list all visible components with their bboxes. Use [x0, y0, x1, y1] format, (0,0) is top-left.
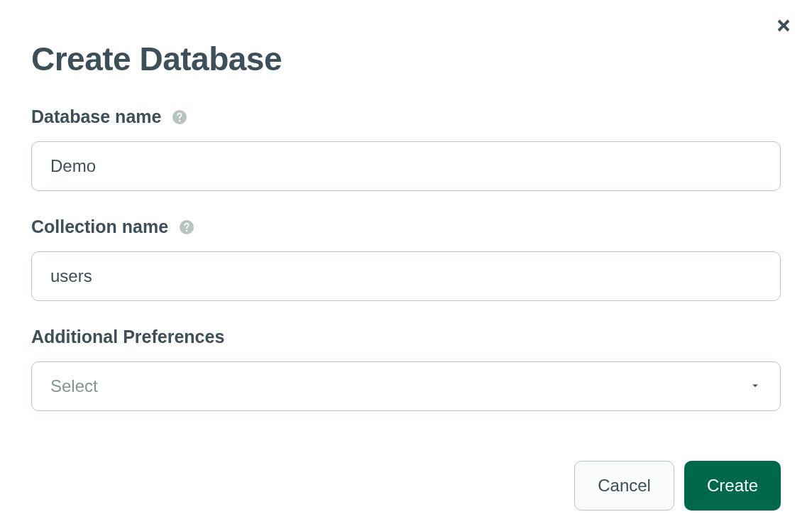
svg-point-3 — [186, 229, 187, 231]
database-name-label: Database name — [31, 107, 161, 127]
select-placeholder: Select — [50, 376, 98, 396]
create-button[interactable]: Create — [684, 461, 781, 511]
collection-name-label: Collection name — [31, 217, 168, 237]
select-wrapper: Select — [31, 361, 781, 411]
additional-preferences-group: Additional Preferences Select — [31, 327, 781, 411]
svg-point-1 — [179, 119, 180, 121]
additional-preferences-label: Additional Preferences — [31, 327, 224, 347]
additional-preferences-select[interactable]: Select — [31, 361, 781, 411]
collection-name-input[interactable] — [31, 251, 781, 301]
collection-name-group: Collection name — [31, 217, 781, 301]
help-icon[interactable] — [171, 109, 188, 126]
caret-down-icon — [749, 376, 762, 396]
label-row: Collection name — [31, 217, 781, 237]
close-icon — [775, 24, 792, 36]
modal-footer: Cancel Create — [31, 461, 781, 511]
cancel-button[interactable]: Cancel — [574, 461, 674, 511]
label-row: Database name — [31, 107, 781, 127]
help-icon[interactable] — [178, 219, 195, 236]
database-name-input[interactable] — [31, 141, 781, 191]
label-row: Additional Preferences — [31, 327, 781, 347]
create-database-modal: Create Database Database name Collection… — [0, 0, 812, 524]
modal-title: Create Database — [31, 40, 781, 78]
close-button[interactable] — [775, 17, 792, 37]
database-name-group: Database name — [31, 107, 781, 191]
